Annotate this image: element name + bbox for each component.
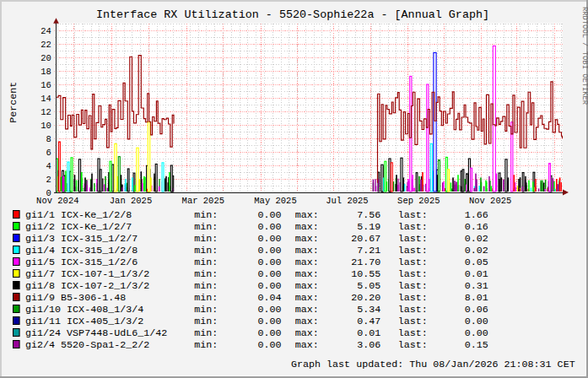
svg-text:0.00: 0.00 — [258, 316, 282, 327]
svg-text:max:: max: — [295, 233, 319, 245]
svg-text:10: 10 — [40, 121, 51, 131]
svg-text:4: 4 — [46, 161, 51, 171]
svg-text:10.55: 10.55 — [351, 268, 380, 280]
svg-text:last:: last: — [398, 327, 428, 339]
svg-text:0.04: 0.04 — [258, 292, 282, 304]
svg-text:gi1/8 ICX-107-2_1/3/2: gi1/8 ICX-107-2_1/3/2 — [25, 280, 149, 292]
svg-text:0.00: 0.00 — [258, 280, 282, 292]
svg-text:0.00: 0.00 — [258, 233, 282, 245]
svg-text:2: 2 — [46, 175, 51, 185]
svg-text:gi1/5 ICX-315_1/2/6: gi1/5 ICX-315_1/2/6 — [25, 256, 138, 268]
svg-text:gi1/11 ICX-405_1/3/2: gi1/11 ICX-405_1/3/2 — [25, 316, 143, 327]
svg-text:0.02: 0.02 — [465, 245, 488, 256]
svg-text:0.00: 0.00 — [465, 327, 488, 339]
svg-text:Graph last updated: Thu 08/Jan: Graph last updated: Thu 08/Jan/2026 21:0… — [291, 359, 575, 370]
svg-text:8: 8 — [46, 134, 51, 144]
svg-text:max:: max: — [295, 304, 319, 316]
svg-text:0.01: 0.01 — [357, 327, 380, 339]
svg-text:8.01: 8.01 — [465, 292, 488, 304]
svg-text:0.00: 0.00 — [258, 209, 282, 221]
svg-text:max:: max: — [295, 327, 319, 339]
svg-text:0.16: 0.16 — [465, 221, 488, 233]
svg-text:May 2025: May 2025 — [254, 196, 296, 206]
svg-text:last:: last: — [398, 209, 428, 221]
svg-text:0.00: 0.00 — [258, 221, 282, 233]
svg-text:20.20: 20.20 — [351, 292, 380, 304]
svg-text:0.00: 0.00 — [258, 245, 282, 256]
svg-text:max:: max: — [295, 280, 319, 292]
svg-text:18: 18 — [40, 67, 51, 77]
svg-text:min:: min: — [194, 304, 218, 316]
svg-text:last:: last: — [398, 280, 428, 292]
svg-text:max:: max: — [295, 256, 319, 268]
svg-text:gi1/3 ICX-315_1/2/7: gi1/3 ICX-315_1/2/7 — [25, 233, 138, 245]
svg-text:12: 12 — [40, 107, 51, 117]
svg-text:last:: last: — [398, 245, 428, 256]
svg-text:1.66: 1.66 — [465, 209, 488, 221]
svg-text:gi1/10 ICX-408_1/3/4: gi1/10 ICX-408_1/3/4 — [25, 304, 143, 316]
svg-text:RRDTOOL / TOBI OETIKER: RRDTOOL / TOBI OETIKER — [580, 7, 588, 105]
svg-text:0.31: 0.31 — [465, 280, 488, 292]
svg-text:min:: min: — [194, 245, 218, 256]
svg-text:last:: last: — [398, 339, 428, 351]
svg-text:max:: max: — [295, 245, 319, 256]
svg-text:min:: min: — [194, 327, 218, 339]
svg-text:max:: max: — [295, 316, 319, 327]
svg-text:max:: max: — [295, 339, 319, 351]
svg-text:16: 16 — [40, 80, 51, 90]
svg-text:min:: min: — [194, 339, 218, 351]
svg-text:max:: max: — [295, 221, 319, 233]
svg-text:0.00: 0.00 — [258, 327, 282, 339]
svg-text:max:: max: — [295, 292, 319, 304]
svg-text:gi1/4 ICX-315_1/2/8: gi1/4 ICX-315_1/2/8 — [25, 245, 138, 256]
svg-text:gi1/2 ICX-Ke_1/2/7: gi1/2 ICX-Ke_1/2/7 — [25, 221, 132, 233]
svg-text:min:: min: — [194, 292, 218, 304]
svg-text:max:: max: — [295, 209, 319, 221]
svg-text:min:: min: — [194, 221, 218, 233]
svg-text:last:: last: — [398, 221, 428, 233]
svg-text:0.00: 0.00 — [465, 316, 488, 327]
svg-text:Sep 2025: Sep 2025 — [397, 196, 440, 206]
svg-text:0.00: 0.00 — [258, 268, 282, 280]
svg-text:14: 14 — [40, 94, 51, 104]
svg-text:20.67: 20.67 — [351, 233, 380, 245]
svg-text:last:: last: — [398, 233, 428, 245]
svg-text:Nov 2024: Nov 2024 — [36, 196, 78, 206]
svg-text:5.19: 5.19 — [357, 221, 380, 233]
svg-text:0.47: 0.47 — [357, 316, 380, 327]
svg-text:min:: min: — [194, 268, 218, 280]
svg-text:21.70: 21.70 — [351, 256, 380, 268]
svg-text:0.00: 0.00 — [258, 339, 282, 351]
svg-text:24: 24 — [40, 26, 51, 36]
svg-text:Interface RX Utilization - 552: Interface RX Utilization - 5520-Sophie22… — [96, 8, 489, 21]
svg-text:7.56: 7.56 — [357, 209, 380, 221]
svg-text:0.05: 0.05 — [465, 256, 488, 268]
svg-text:7.21: 7.21 — [357, 245, 380, 256]
svg-text:last:: last: — [398, 304, 428, 316]
svg-text:Jan 2025: Jan 2025 — [110, 196, 152, 206]
svg-text:min:: min: — [194, 280, 218, 292]
svg-text:last:: last: — [398, 316, 428, 327]
svg-text:5.05: 5.05 — [357, 280, 380, 292]
svg-text:0.06: 0.06 — [465, 304, 488, 316]
svg-text:0.00: 0.00 — [258, 256, 282, 268]
svg-text:gi1/7 ICX-107-1_1/3/2: gi1/7 ICX-107-1_1/3/2 — [25, 268, 149, 280]
svg-text:gi1/24 VSP7448-UdL6_1/42: gi1/24 VSP7448-UdL6_1/42 — [25, 327, 167, 339]
svg-text:0.01: 0.01 — [465, 268, 488, 280]
svg-text:0.15: 0.15 — [465, 339, 488, 351]
svg-text:6: 6 — [46, 148, 51, 158]
svg-text:min:: min: — [194, 256, 218, 268]
svg-text:Mar 2025: Mar 2025 — [182, 196, 224, 206]
svg-text:3.06: 3.06 — [357, 339, 380, 351]
svg-text:gi2/4 5520-Spa1-2_2/2: gi2/4 5520-Spa1-2_2/2 — [25, 339, 149, 351]
svg-text:Percent: Percent — [8, 82, 19, 123]
svg-text:max:: max: — [295, 268, 319, 280]
svg-text:0.00: 0.00 — [258, 304, 282, 316]
svg-text:last:: last: — [398, 268, 428, 280]
svg-text:Nov 2025: Nov 2025 — [469, 196, 511, 206]
svg-text:gi1/1 ICX-Ke_1/2/8: gi1/1 ICX-Ke_1/2/8 — [25, 209, 132, 221]
svg-text:last:: last: — [398, 256, 428, 268]
svg-text:min:: min: — [194, 209, 218, 221]
svg-text:22: 22 — [40, 40, 51, 50]
svg-text:last:: last: — [398, 292, 428, 304]
